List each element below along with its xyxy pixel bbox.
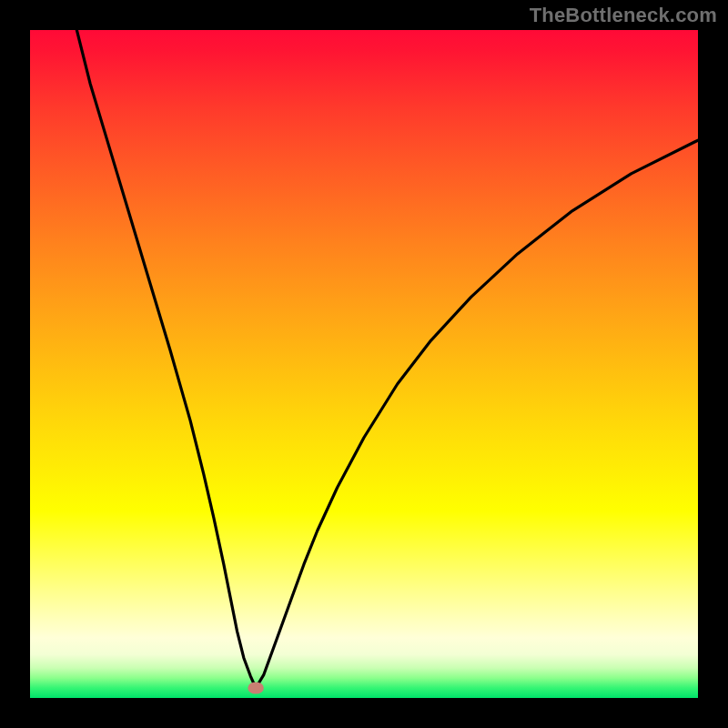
plot-svg bbox=[30, 30, 698, 698]
attribution-text: TheBottleneck.com bbox=[530, 4, 717, 27]
plot-area bbox=[30, 30, 698, 698]
optimum-marker bbox=[248, 682, 264, 693]
bottleneck-curve bbox=[76, 30, 698, 688]
chart-container: { "attribution": "TheBottleneck.com", "p… bbox=[0, 0, 728, 728]
